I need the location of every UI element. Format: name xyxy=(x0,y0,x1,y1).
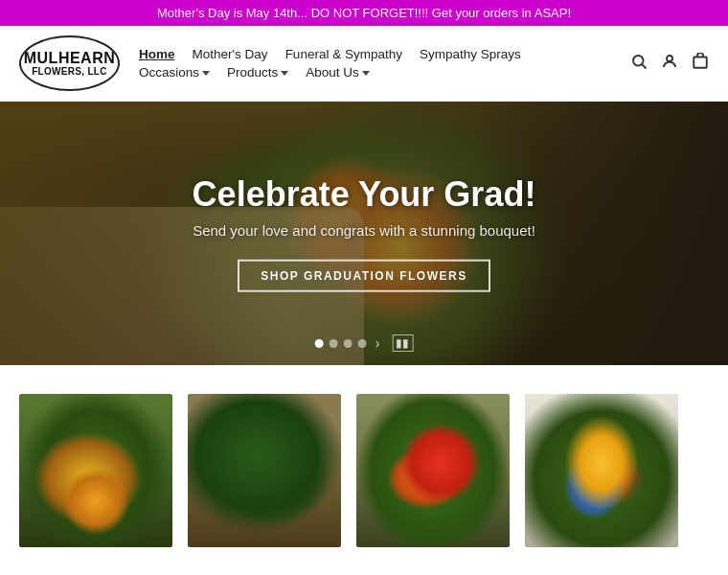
logo[interactable]: MULHEARN FLOWERS, LLC xyxy=(19,35,120,91)
product-image-3 xyxy=(356,394,510,547)
product-card-2[interactable] xyxy=(188,394,341,547)
nav-sympathy-sprays[interactable]: Sympathy Sprays xyxy=(420,47,521,61)
nav-occasions-label: Occasions xyxy=(139,65,199,80)
logo-oval: MULHEARN FLOWERS, LLC xyxy=(19,35,120,91)
nav-products[interactable]: Products xyxy=(227,65,288,80)
header: MULHEARN FLOWERS, LLC Home Mother's Day … xyxy=(0,26,728,102)
nav-about-us[interactable]: About Us xyxy=(306,65,370,80)
hero-content: Celebrate Your Grad! Send your love and … xyxy=(163,174,565,292)
nav-about-label: About Us xyxy=(306,65,359,80)
announcement-bar: Mother's Day is May 14th... DO NOT FORGE… xyxy=(0,0,728,26)
product-card-1[interactable] xyxy=(19,394,172,547)
svg-rect-3 xyxy=(694,57,707,67)
product-image-sim-4 xyxy=(525,394,678,547)
search-icon[interactable] xyxy=(630,53,648,75)
chevron-down-icon xyxy=(281,71,288,76)
nav-row2: Occasions Products About Us xyxy=(139,65,370,80)
nav-home[interactable]: Home xyxy=(139,47,175,61)
svg-line-1 xyxy=(642,64,646,68)
products-grid xyxy=(19,394,709,547)
carousel-pause-button[interactable]: ▮▮ xyxy=(392,334,413,352)
nav-row1: Home Mother's Day Funeral & Sympathy Sym… xyxy=(139,47,521,61)
carousel-dot-1[interactable] xyxy=(315,339,324,348)
carousel-next-arrow[interactable]: › xyxy=(375,335,380,351)
product-image-1 xyxy=(19,394,172,547)
hero-title: Celebrate Your Grad! xyxy=(163,174,565,213)
svg-point-2 xyxy=(667,56,672,61)
product-card-3[interactable] xyxy=(356,394,510,547)
announcement-text: Mother's Day is May 14th... DO NOT FORGE… xyxy=(157,6,571,20)
product-image-sim-1 xyxy=(19,394,172,547)
carousel-controls: › ▮▮ xyxy=(315,334,414,352)
hero-cta-button[interactable]: SHOP GRADUATION FLOWERS xyxy=(238,260,489,292)
nav-occasions[interactable]: Occasions xyxy=(139,65,210,80)
nav-mothers-day[interactable]: Mother's Day xyxy=(193,47,268,61)
chevron-down-icon xyxy=(362,71,370,76)
logo-name: MULHEARN xyxy=(24,50,116,67)
cart-icon[interactable] xyxy=(692,53,709,75)
product-image-sim-2 xyxy=(188,394,341,547)
logo-sub: FLOWERS, LLC xyxy=(32,66,107,77)
product-image-sim-3 xyxy=(356,394,510,547)
products-section xyxy=(0,365,728,566)
chevron-down-icon xyxy=(202,71,210,76)
header-icons xyxy=(630,53,709,75)
product-image-4 xyxy=(525,394,678,547)
nav: Home Mother's Day Funeral & Sympathy Sym… xyxy=(139,47,630,80)
nav-products-label: Products xyxy=(227,65,278,80)
carousel-dot-3[interactable] xyxy=(344,339,353,348)
product-card-4[interactable] xyxy=(525,394,678,547)
account-icon[interactable] xyxy=(661,53,678,75)
nav-funeral-sympathy[interactable]: Funeral & Sympathy xyxy=(285,47,402,61)
product-image-2 xyxy=(188,394,341,547)
hero-subtitle: Send your love and congrats with a stunn… xyxy=(163,222,565,239)
svg-point-0 xyxy=(633,56,644,66)
carousel-dot-4[interactable] xyxy=(358,339,367,348)
carousel-dot-2[interactable] xyxy=(330,339,338,348)
hero-section: Celebrate Your Grad! Send your love and … xyxy=(0,102,728,365)
